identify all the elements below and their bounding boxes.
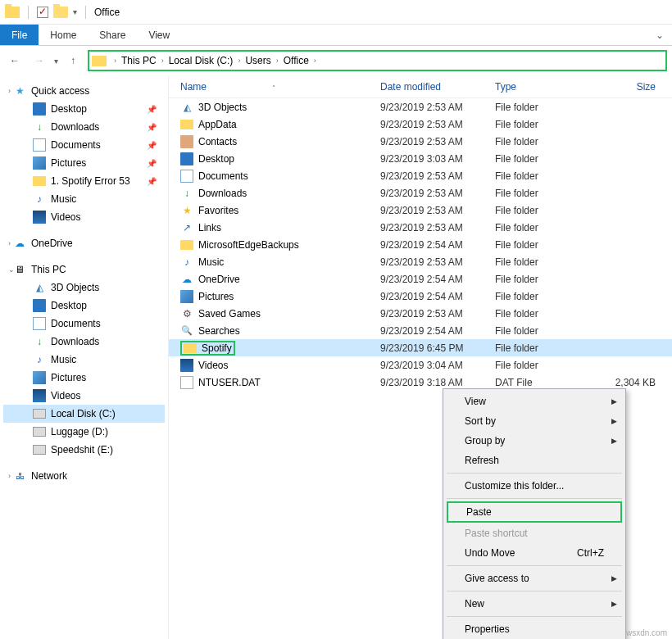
file-name: Favorites	[198, 205, 238, 216]
file-row[interactable]: Desktop9/23/2019 3:03 AMFile folder	[169, 150, 672, 167]
breadcrumb-item[interactable]: Local Disk (C:)	[166, 55, 236, 66]
file-row[interactable]: Videos9/23/2019 3:04 AMFile folder	[169, 356, 672, 374]
forward-button[interactable]: →	[30, 51, 49, 70]
cloud-icon	[13, 237, 26, 250]
size-column[interactable]: Size	[585, 81, 672, 93]
history-dropdown-icon[interactable]: ▾	[54, 57, 58, 66]
new-folder-icon[interactable]	[53, 7, 68, 18]
sidebar-item-label: Videos	[51, 390, 80, 401]
file-date: 9/23/2019 2:53 AM	[380, 188, 495, 199]
file-row[interactable]: Contacts9/23/2019 2:53 AMFile folder	[169, 133, 672, 150]
menu-properties[interactable]: Properties	[445, 619, 624, 639]
sidebar-item[interactable]: Videos	[3, 387, 165, 405]
back-button[interactable]: ←	[5, 51, 25, 70]
expand-icon[interactable]: ›	[8, 472, 11, 480]
network-item[interactable]: ›Network	[3, 467, 165, 485]
file-row[interactable]: Spotify9/23/2019 6:45 PMFile folder	[169, 339, 672, 356]
file-date: 9/23/2019 2:54 AM	[380, 291, 495, 302]
qat-dropdown-icon[interactable]: ▾	[73, 7, 77, 16]
properties-icon[interactable]	[37, 7, 48, 18]
type-column[interactable]: Type	[495, 81, 585, 93]
sidebar-item[interactable]: Desktop📌	[3, 100, 165, 118]
expand-icon[interactable]: ›	[8, 239, 11, 247]
menu-refresh[interactable]: Refresh	[445, 451, 624, 470]
sidebar-item[interactable]: 1. Spotify Error 53📌	[3, 172, 165, 190]
sidebar-item[interactable]: Pictures	[3, 369, 165, 387]
breadcrumb-item[interactable]: Office	[281, 55, 311, 66]
sidebar-item[interactable]: Local Disk (C:)	[3, 405, 165, 423]
file-row[interactable]: Music9/23/2019 2:53 AMFile folder	[169, 253, 672, 270]
file-type: DAT File	[495, 377, 585, 388]
file-row[interactable]: Documents9/23/2019 2:53 AMFile folder	[169, 167, 672, 184]
disk-icon	[33, 409, 46, 419]
sidebar-item[interactable]: Luggage (D:)	[3, 423, 165, 441]
chevron-icon[interactable]: ›	[111, 57, 119, 65]
date-column[interactable]: Date modified	[380, 81, 495, 93]
file-type: File folder	[495, 222, 585, 233]
sidebar-item[interactable]: Documents	[3, 315, 165, 333]
expand-icon[interactable]: ›	[8, 87, 11, 95]
file-row[interactable]: MicrosoftEdgeBackups9/23/2019 2:54 AMFil…	[169, 236, 672, 253]
expand-ribbon-icon[interactable]: ⌄	[647, 25, 672, 45]
sidebar-item[interactable]: 3D Objects	[3, 279, 165, 297]
chevron-icon[interactable]: ›	[235, 57, 243, 65]
file-row[interactable]: AppData9/23/2019 2:53 AMFile folder	[169, 116, 672, 133]
file-row[interactable]: Downloads9/23/2019 2:53 AMFile folder	[169, 184, 672, 202]
menu-view[interactable]: View▶	[445, 392, 624, 411]
pc-icon	[13, 263, 26, 276]
view-tab[interactable]: View	[137, 25, 181, 45]
menu-customize[interactable]: Customize this folder...	[445, 476, 624, 496]
music-icon	[33, 353, 46, 366]
sidebar-item[interactable]: Music	[3, 351, 165, 369]
file-type: File folder	[495, 119, 585, 130]
sidebar-item[interactable]: Downloads	[3, 333, 165, 351]
up-button[interactable]: ↑	[63, 51, 83, 70]
doc-icon	[33, 317, 46, 330]
file-row[interactable]: Favorites9/23/2019 2:53 AMFile folder	[169, 202, 672, 219]
menu-undo[interactable]: Undo MoveCtrl+Z	[445, 543, 624, 563]
file-tab[interactable]: File	[0, 25, 39, 45]
titlebar: ▾ Office	[0, 0, 672, 25]
folder-icon[interactable]	[5, 7, 20, 18]
address-bar[interactable]: › This PC › Local Disk (C:) › Users › Of…	[88, 50, 667, 71]
chevron-icon[interactable]: ›	[311, 57, 319, 65]
sidebar-item[interactable]: Desktop	[3, 297, 165, 315]
menu-give-access[interactable]: Give access to▶	[445, 569, 624, 588]
sidebar-item[interactable]: Pictures📌	[3, 154, 165, 172]
sidebar-item-label: Documents	[51, 139, 101, 151]
file-row[interactable]: Links9/23/2019 2:53 AMFile folder	[169, 219, 672, 236]
menu-group[interactable]: Group by▶	[445, 431, 624, 451]
file-type: File folder	[495, 308, 585, 320]
file-row[interactable]: OneDrive9/23/2019 2:54 AMFile folder	[169, 270, 672, 288]
file-row[interactable]: Saved Games9/23/2019 2:53 AMFile folder	[169, 305, 672, 322]
menu-paste[interactable]: Paste	[447, 501, 622, 523]
sidebar-item[interactable]: Documents📌	[3, 136, 165, 154]
share-tab[interactable]: Share	[88, 25, 137, 45]
sidebar-item[interactable]: Videos	[3, 208, 165, 226]
folder-icon	[33, 176, 46, 186]
name-column[interactable]: Name˄	[174, 81, 380, 93]
chevron-icon[interactable]: ›	[159, 57, 166, 65]
file-date: 9/23/2019 2:54 AM	[380, 325, 495, 337]
video-icon	[33, 211, 46, 224]
sidebar-item[interactable]: Music	[3, 190, 165, 208]
file-row[interactable]: Pictures9/23/2019 2:54 AMFile folder	[169, 288, 672, 305]
home-tab[interactable]: Home	[39, 25, 88, 45]
breadcrumb-item[interactable]: Users	[243, 55, 273, 66]
sidebar-item[interactable]: Downloads📌	[3, 118, 165, 136]
sidebar-item-label: Music	[51, 193, 76, 205]
menu-new[interactable]: New▶	[445, 594, 624, 614]
this-pc-header[interactable]: ⌄This PC	[3, 261, 165, 279]
onedrive-item[interactable]: ›OneDrive	[3, 234, 165, 252]
file-row[interactable]: Searches9/23/2019 2:54 AMFile folder	[169, 322, 672, 339]
chevron-icon[interactable]: ›	[274, 57, 281, 65]
file-row[interactable]: 3D Objects9/23/2019 2:53 AMFile folder	[169, 98, 672, 116]
file-date: 9/23/2019 2:53 AM	[380, 256, 495, 268]
collapse-icon[interactable]: ⌄	[8, 265, 15, 274]
quick-access-header[interactable]: ›Quick access	[3, 82, 165, 100]
breadcrumb-item[interactable]: This PC	[119, 55, 159, 66]
sidebar-item[interactable]: Speedshit (E:)	[3, 441, 165, 459]
menu-sort[interactable]: Sort by▶	[445, 411, 624, 431]
pin-icon: 📌	[147, 159, 165, 168]
file-date: 9/23/2019 2:53 AM	[380, 222, 495, 233]
